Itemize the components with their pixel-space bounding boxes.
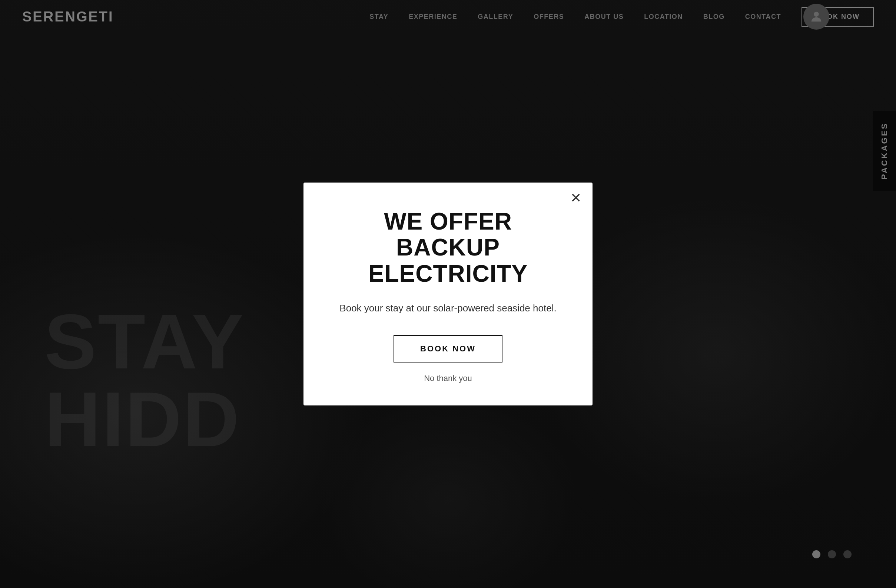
modal-book-now-button[interactable]: BOOK NOW xyxy=(393,335,503,363)
modal-subtitle: Book your stay at our solar-powered seas… xyxy=(333,301,563,315)
modal: ✕ WE OFFER BACKUP ELECTRICITY Book your … xyxy=(303,182,593,406)
modal-close-button[interactable]: ✕ xyxy=(570,191,581,205)
modal-title: WE OFFER BACKUP ELECTRICITY xyxy=(333,208,563,287)
modal-no-thanks-link[interactable]: No thank you xyxy=(333,374,563,383)
modal-overlay: ✕ WE OFFER BACKUP ELECTRICITY Book your … xyxy=(0,0,896,588)
